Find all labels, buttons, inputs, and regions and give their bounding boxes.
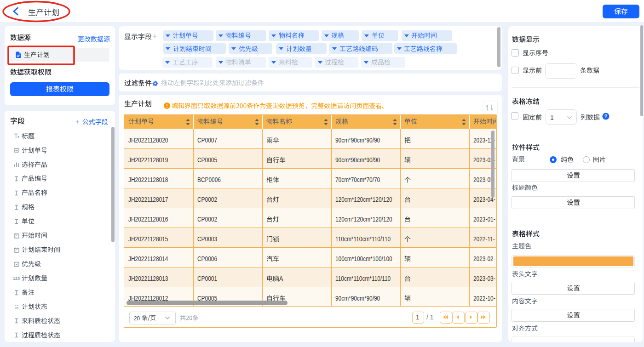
svg-text:?: ? xyxy=(604,114,607,119)
